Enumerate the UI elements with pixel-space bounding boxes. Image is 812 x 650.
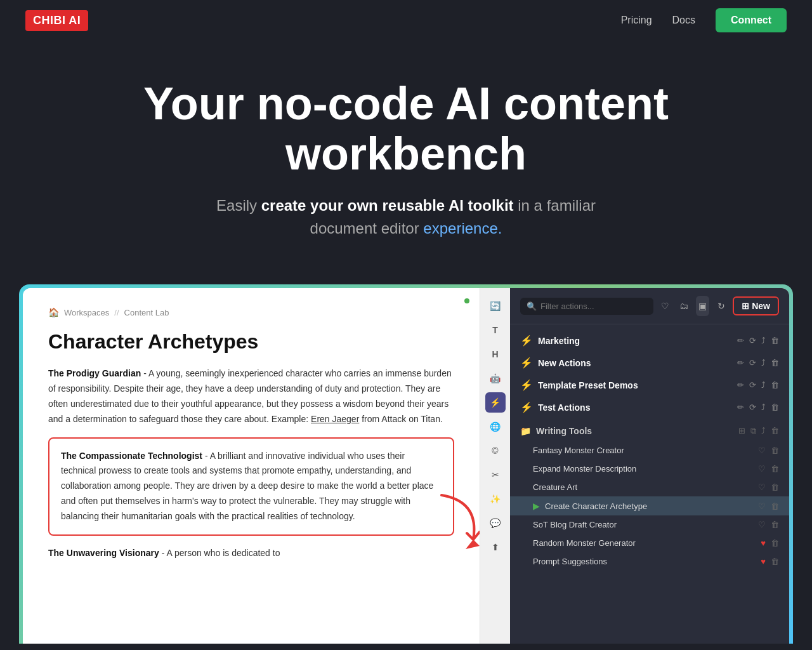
- action-group-marketing: ⚡ Marketing ✏ ⟳ ⤴ 🗑: [510, 329, 789, 352]
- new-actions-ai-icon: ⚡: [520, 357, 533, 369]
- breadcrumb-sep1: //: [114, 308, 119, 317]
- new-actions-export-icon[interactable]: ⤴: [761, 358, 766, 368]
- visionary-text: - A person who is dedicated to: [159, 548, 280, 558]
- prodigy-text-end: from Attack on Titan.: [359, 414, 443, 424]
- list-item[interactable]: Creature Art ♡ 🗑: [510, 478, 789, 496]
- writing-tools-delete-icon[interactable]: 🗑: [771, 426, 779, 436]
- marketing-copy-icon[interactable]: ⟳: [749, 336, 756, 345]
- expand-monster-label: Expand Monster Description: [533, 464, 753, 474]
- create-character-heart-icon[interactable]: ♡: [758, 501, 766, 511]
- writing-tools-copy-icon[interactable]: ⧉: [750, 426, 756, 436]
- prompt-suggestions-delete-icon[interactable]: 🗑: [771, 557, 779, 566]
- action-group-template-demos: ⚡ Template Preset Demos ✏ ⟳ ⤴ 🗑: [510, 374, 789, 396]
- create-character-icons: ♡ 🗑: [758, 501, 779, 511]
- creature-art-icons: ♡ 🗑: [758, 482, 779, 492]
- new-actions-copy-icon[interactable]: ⟳: [749, 358, 756, 368]
- sparkle-icon-btn[interactable]: ✨: [485, 489, 506, 509]
- expand-monster-heart-icon[interactable]: ♡: [758, 464, 766, 474]
- layout-icon-btn[interactable]: ▣: [696, 296, 709, 316]
- globe-icon-btn[interactable]: 🌐: [485, 416, 506, 437]
- marketing-edit-icon[interactable]: ✏: [737, 336, 744, 345]
- random-monster-delete-icon[interactable]: 🗑: [771, 538, 779, 548]
- create-character-label: Create Character Archetype: [545, 501, 753, 511]
- pricing-link[interactable]: Pricing: [621, 15, 652, 26]
- sot-blog-heart-icon[interactable]: ♡: [758, 520, 766, 529]
- search-input[interactable]: [540, 302, 647, 311]
- writing-tools-export-icon[interactable]: ⤴: [761, 426, 766, 436]
- sot-blog-label: SoT Blog Draft Creator: [533, 520, 753, 529]
- expand-monster-delete-icon[interactable]: 🗑: [771, 464, 779, 474]
- marketing-delete-icon[interactable]: 🗑: [771, 336, 779, 345]
- new-actions-group-actions: ✏ ⟳ ⤴ 🗑: [737, 358, 779, 368]
- robot-icon-btn[interactable]: 🤖: [485, 368, 506, 388]
- creature-art-heart-icon[interactable]: ♡: [758, 482, 766, 492]
- play-icon: ▶: [533, 501, 540, 511]
- nav-links: Pricing Docs Connect: [621, 8, 787, 32]
- marketing-export-icon[interactable]: ⤴: [761, 336, 766, 345]
- test-actions-copy-icon[interactable]: ⟳: [749, 402, 756, 412]
- fantasy-monster-delete-icon[interactable]: 🗑: [771, 446, 779, 455]
- list-item[interactable]: Fantasy Monster Creator ♡ 🗑: [510, 441, 789, 460]
- action-group-test-actions: ⚡ Test Actions ✏ ⟳ ⤴ 🗑: [510, 396, 789, 418]
- subtitle-line2-plain: document editor: [310, 220, 424, 237]
- collection-icon-btn[interactable]: 🗂: [677, 296, 690, 316]
- template-demos-ai-icon: ⚡: [520, 379, 533, 391]
- doc-panel: 🏠 Workspaces // Content Lab Character Ar…: [23, 288, 480, 644]
- list-item[interactable]: Random Monster Generator ♥ 🗑: [510, 534, 789, 552]
- fantasy-monster-icons: ♡ 🗑: [758, 446, 779, 455]
- test-actions-edit-icon[interactable]: ✏: [737, 402, 744, 412]
- writing-tools-add-icon[interactable]: ⊞: [738, 426, 745, 436]
- logo[interactable]: CHIBI AI: [25, 10, 88, 31]
- list-item[interactable]: Expand Monster Description ♡ 🗑: [510, 460, 789, 478]
- favorites-icon-btn[interactable]: ♡: [658, 296, 672, 316]
- list-item[interactable]: ▶ Create Character Archetype ♡ 🗑: [510, 496, 789, 515]
- test-actions-group-actions: ✏ ⟳ ⤴ 🗑: [737, 402, 779, 412]
- sot-blog-delete-icon[interactable]: 🗑: [771, 520, 779, 529]
- editor-sidebar-icons: 🔄 T H 🤖 ⚡ 🌐 © ✂ ✨ 💬 ⬆: [480, 288, 510, 644]
- chat-icon-btn[interactable]: 💬: [485, 513, 506, 533]
- demo-inner: 🏠 Workspaces // Content Lab Character Ar…: [23, 288, 789, 644]
- refresh-icon-btn[interactable]: ↻: [714, 296, 728, 316]
- template-demos-export-icon[interactable]: ⤴: [761, 380, 766, 390]
- new-actions-edit-icon[interactable]: ✏: [737, 358, 744, 368]
- template-demos-delete-icon[interactable]: 🗑: [771, 380, 779, 390]
- plus-icon: ⊞: [742, 301, 749, 311]
- subtitle-bold: create your own reusable AI toolkit: [261, 197, 514, 214]
- hero-section: Your no-code AI content workbench Easily…: [0, 41, 812, 265]
- new-actions-delete-icon[interactable]: 🗑: [771, 358, 779, 368]
- breadcrumb: 🏠 Workspaces // Content Lab: [48, 307, 454, 317]
- lightning-icon-btn[interactable]: ⚡: [485, 392, 506, 413]
- rotate-icon-btn[interactable]: 🔄: [485, 296, 506, 316]
- home-icon: 🏠: [48, 307, 59, 317]
- random-monster-heart-icon[interactable]: ♥: [761, 538, 766, 548]
- technologist-text: - A brilliant and innovative individual …: [61, 451, 433, 521]
- list-item[interactable]: Prompt Suggestions ♥ 🗑: [510, 552, 789, 571]
- doc-body: The Prodigy Guardian - A young, seemingl…: [48, 366, 454, 560]
- test-actions-export-icon[interactable]: ⤴: [761, 402, 766, 412]
- list-item[interactable]: SoT Blog Draft Creator ♡ 🗑: [510, 515, 789, 534]
- creature-art-delete-icon[interactable]: 🗑: [771, 482, 779, 492]
- writing-tools-label: Writing Tools: [536, 426, 733, 436]
- fantasy-monster-heart-icon[interactable]: ♡: [758, 446, 766, 455]
- heading-icon-btn[interactable]: H: [485, 344, 506, 364]
- text-icon-btn[interactable]: T: [485, 320, 506, 340]
- prompt-suggestions-heart-icon[interactable]: ♥: [761, 557, 766, 566]
- writing-tools-folder-icon: 📁: [520, 426, 531, 436]
- new-button[interactable]: ⊞ New: [733, 296, 779, 315]
- test-actions-delete-icon[interactable]: 🗑: [771, 402, 779, 412]
- visionary-bold: The Unwavering Visionary: [48, 548, 159, 558]
- connect-button[interactable]: Connect: [716, 8, 787, 32]
- template-demos-edit-icon[interactable]: ✏: [737, 380, 744, 390]
- template-demos-group-actions: ✏ ⟳ ⤴ 🗑: [737, 380, 779, 390]
- prompt-suggestions-icons: ♥ 🗑: [761, 557, 779, 566]
- template-demos-copy-icon[interactable]: ⟳: [749, 380, 756, 390]
- upload-icon-btn[interactable]: ⬆: [485, 537, 506, 557]
- create-character-delete-icon[interactable]: 🗑: [771, 501, 779, 511]
- link-icon-btn[interactable]: ©: [485, 441, 506, 461]
- scissors-icon-btn[interactable]: ✂: [485, 465, 506, 485]
- navigation: CHIBI AI Pricing Docs Connect: [0, 0, 812, 41]
- docs-link[interactable]: Docs: [672, 15, 695, 26]
- prompt-suggestions-label: Prompt Suggestions: [533, 557, 756, 566]
- expand-monster-icons: ♡ 🗑: [758, 464, 779, 474]
- prodigy-link[interactable]: Eren Jaeger: [311, 414, 359, 424]
